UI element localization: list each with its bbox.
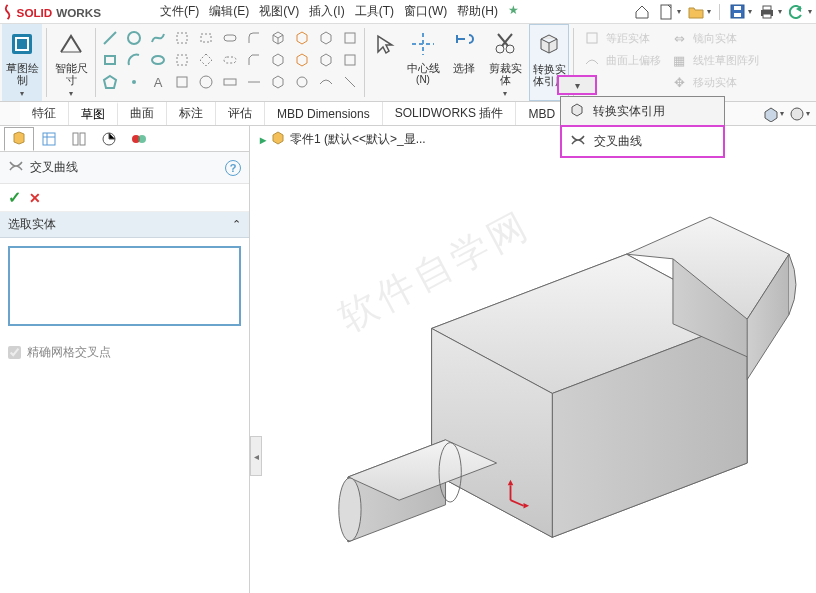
- rect-icon[interactable]: [172, 28, 192, 48]
- chevron-down-icon[interactable]: [20, 86, 24, 100]
- dropdown-trigger[interactable]: ▾: [557, 75, 597, 95]
- phantom-2-icon[interactable]: [196, 72, 216, 92]
- help-icon[interactable]: ?: [225, 160, 241, 176]
- phantom-slot-icon[interactable]: [220, 50, 240, 70]
- display-style-icon[interactable]: [788, 105, 806, 123]
- dimxpert-tab[interactable]: [94, 127, 124, 151]
- svg-rect-5: [734, 6, 741, 10]
- panel-collapse-handle[interactable]: ◂: [250, 436, 262, 476]
- line-icon[interactable]: [100, 28, 120, 48]
- pm-section-header[interactable]: 选取实体 ⌃: [0, 212, 249, 238]
- view-orientation-icon[interactable]: [762, 105, 780, 123]
- fillet-sk-icon[interactable]: [244, 28, 264, 48]
- quick-access-toolbar: ▾ ▾ ▾ ▾ ▾: [633, 3, 812, 21]
- chamfer-sk-icon[interactable]: [244, 50, 264, 70]
- appearance-tab[interactable]: [124, 127, 154, 151]
- cube-icon-4[interactable]: [340, 28, 360, 48]
- chevron-down-icon[interactable]: [503, 86, 507, 100]
- chevron-down-icon[interactable]: ▾: [780, 109, 784, 118]
- text-icon[interactable]: A: [148, 72, 168, 92]
- svg-rect-14: [224, 35, 236, 41]
- select-button[interactable]: 选择: [447, 24, 481, 101]
- tab-sw-addins[interactable]: SOLIDWORKS 插件: [383, 102, 517, 125]
- phantom-4-icon[interactable]: [244, 72, 264, 92]
- menu-file[interactable]: 文件(F): [160, 3, 199, 20]
- sketch-button[interactable]: 草图绘制: [2, 24, 42, 101]
- cancel-button[interactable]: ✕: [29, 190, 41, 206]
- trim-button[interactable]: 剪裁实体: [485, 24, 525, 101]
- cube-icon-6[interactable]: [292, 50, 312, 70]
- phantom-1-icon[interactable]: [172, 72, 192, 92]
- viewport-breadcrumb[interactable]: ▸ 零件1 (默认<<默认>_显...: [260, 130, 426, 149]
- print-icon[interactable]: [758, 3, 776, 21]
- entity-selection-box[interactable]: [8, 246, 241, 326]
- tab-mbd-dimensions[interactable]: MBD Dimensions: [265, 102, 383, 125]
- trim-icon: [489, 28, 521, 60]
- cube-icon-9[interactable]: [268, 72, 288, 92]
- menu-tools[interactable]: 工具(T): [355, 3, 394, 20]
- tab-evaluate[interactable]: 评估: [216, 102, 265, 125]
- menu-help[interactable]: 帮助(H): [457, 3, 498, 20]
- phantom-poly-icon[interactable]: [196, 50, 216, 70]
- cursor-button[interactable]: [369, 24, 399, 101]
- menu-edit[interactable]: 编辑(E): [209, 3, 249, 20]
- linear-pattern-icon: ▦: [669, 50, 689, 70]
- open-icon[interactable]: [687, 3, 705, 21]
- smart-dimension-button[interactable]: 智能尺寸: [51, 24, 91, 101]
- menu-window[interactable]: 窗口(W): [404, 3, 447, 20]
- linear-pattern-label: 线性草图阵列: [693, 53, 759, 68]
- config-tab[interactable]: [64, 127, 94, 151]
- centerline-button[interactable]: 中心线 (N): [403, 24, 443, 101]
- point-icon[interactable]: [124, 72, 144, 92]
- cube-icon-12[interactable]: [340, 72, 360, 92]
- svg-rect-12: [177, 33, 187, 43]
- app-logo: SOLID WORKS: [4, 3, 148, 21]
- home-icon[interactable]: [633, 3, 651, 21]
- cube-icon-3[interactable]: [316, 28, 336, 48]
- menu-insert[interactable]: 插入(I): [309, 3, 344, 20]
- ellipse-icon[interactable]: [148, 50, 168, 70]
- graphics-viewport[interactable]: ▸ 零件1 (默认<<默认>_显... ◂ 软件自学网: [250, 126, 816, 593]
- svg-rect-4: [734, 13, 741, 17]
- part-icon: [270, 130, 286, 149]
- svg-rect-23: [345, 33, 355, 43]
- cube-icon-2[interactable]: [292, 28, 312, 48]
- svg-rect-7: [763, 6, 771, 10]
- spline-icon[interactable]: [148, 28, 168, 48]
- chevron-down-icon[interactable]: ▾: [806, 109, 810, 118]
- circle-icon[interactable]: [124, 28, 144, 48]
- convert-entities-icon: [533, 29, 565, 61]
- undo-icon[interactable]: [788, 3, 806, 21]
- centerline-icon: [407, 28, 439, 60]
- tab-sketch[interactable]: 草图: [69, 102, 118, 125]
- phantom-rect-icon[interactable]: [172, 50, 192, 70]
- menu-star[interactable]: ★: [508, 3, 519, 20]
- cube-icon-11[interactable]: [316, 72, 336, 92]
- surface-offset-label: 曲面上偏移: [606, 53, 661, 68]
- cube-icon-1[interactable]: [268, 28, 288, 48]
- cube-icon-7[interactable]: [316, 50, 336, 70]
- polygon-icon[interactable]: [100, 72, 120, 92]
- menu-view[interactable]: 视图(V): [259, 3, 299, 20]
- feature-manager-tab[interactable]: [4, 127, 34, 151]
- phantom-3-icon[interactable]: [220, 72, 240, 92]
- tab-features[interactable]: 特征: [20, 102, 69, 125]
- cube-icon-5[interactable]: [268, 50, 288, 70]
- new-doc-icon[interactable]: [657, 3, 675, 21]
- property-tab[interactable]: [34, 127, 64, 151]
- dropdown-item-intersection[interactable]: 交叉曲线: [560, 125, 725, 158]
- poly-icon[interactable]: [196, 28, 216, 48]
- svg-rect-13: [201, 34, 211, 42]
- ok-button[interactable]: ✓: [8, 188, 21, 207]
- cube-icon-8[interactable]: [340, 50, 360, 70]
- pm-section-body: [0, 238, 249, 334]
- chevron-down-icon[interactable]: [69, 86, 73, 100]
- rectangle-icon[interactable]: [100, 50, 120, 70]
- tab-surfaces[interactable]: 曲面: [118, 102, 167, 125]
- arc-icon[interactable]: [124, 50, 144, 70]
- slot-icon[interactable]: [220, 28, 240, 48]
- dropdown-item-convert[interactable]: 转换实体引用: [561, 97, 724, 126]
- cube-icon-10[interactable]: [292, 72, 312, 92]
- tab-annotate[interactable]: 标注: [167, 102, 216, 125]
- save-icon[interactable]: [728, 3, 746, 21]
